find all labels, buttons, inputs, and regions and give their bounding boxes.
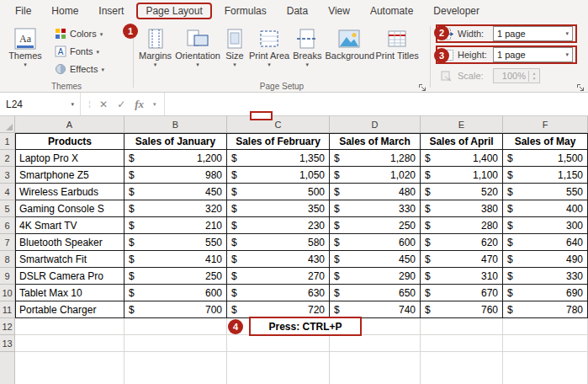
row-header-2[interactable]: 2 <box>0 150 15 167</box>
formula-input[interactable] <box>164 93 588 115</box>
cell-A3[interactable]: Smartphone Z5 <box>15 167 124 184</box>
row-header-5[interactable]: 5 <box>0 200 15 217</box>
cell-F12[interactable] <box>503 318 588 335</box>
cell-D6[interactable]: $250 <box>330 217 421 234</box>
size-button[interactable]: Size▾ <box>222 24 247 80</box>
scale-spinner[interactable]: 100% ▲▼ <box>493 68 540 83</box>
cell-D1[interactable]: Sales of March <box>330 133 421 150</box>
cell-A9[interactable]: DSLR Camera Pro <box>15 268 124 285</box>
scale-to-fit-dialog-launcher-icon[interactable] <box>576 81 585 90</box>
print-area-button[interactable]: Print Area▾ <box>247 24 291 80</box>
themes-button[interactable]: Aa Themes ▾ <box>3 24 47 80</box>
cell-B10[interactable]: $600 <box>124 285 227 301</box>
tab-formulas[interactable]: Formulas <box>215 3 277 19</box>
margins-button[interactable]: Margins▾ <box>137 24 173 80</box>
cell-C9[interactable]: $270 <box>227 268 330 285</box>
print-titles-button[interactable]: Print Titles <box>374 24 421 80</box>
cell-E9[interactable]: $310 <box>421 268 503 285</box>
tab-developer[interactable]: Developer <box>423 3 490 19</box>
orientation-button[interactable]: Orientation▾ <box>173 24 222 80</box>
cell-A4[interactable]: Wireless Earbuds <box>15 184 124 200</box>
row-header-8[interactable]: 8 <box>0 251 15 268</box>
fonts-button[interactable]: AFonts▾ <box>52 44 107 59</box>
tab-file[interactable]: File <box>5 3 41 19</box>
cell-F4[interactable]: $550 <box>503 184 588 200</box>
cell-C3[interactable]: $1,050 <box>227 167 330 184</box>
page-setup-dialog-launcher-icon[interactable] <box>418 81 427 90</box>
cell-D10[interactable]: $650 <box>330 285 421 301</box>
cell-F5[interactable]: $400 <box>503 200 588 217</box>
cell-A1[interactable]: Products <box>15 133 124 150</box>
row-header-4[interactable]: 4 <box>0 184 15 200</box>
cell-B8[interactable]: $410 <box>124 251 227 268</box>
cell-A6[interactable]: 4K Smart TV <box>15 217 124 234</box>
cell-E6[interactable]: $280 <box>421 217 503 234</box>
cell-C5[interactable]: $350 <box>227 200 330 217</box>
cell-A7[interactable]: Bluetooth Speaker <box>15 234 124 251</box>
cell-F7[interactable]: $640 <box>503 234 588 251</box>
row-header-12[interactable]: 12 <box>0 318 15 335</box>
tab-page-layout[interactable]: Page Layout <box>136 3 211 19</box>
column-header-c[interactable]: C <box>227 116 330 133</box>
cell-C13[interactable] <box>227 335 330 352</box>
cell-F13[interactable] <box>503 335 588 352</box>
cell-B12[interactable] <box>124 318 227 335</box>
breaks-button[interactable]: Breaks▾ <box>291 24 323 80</box>
cell-E12[interactable] <box>421 318 503 335</box>
cell-F6[interactable]: $300 <box>503 217 588 234</box>
cell-A5[interactable]: Gaming Console S <box>15 200 124 217</box>
cell-A10[interactable]: Tablet Max 10 <box>15 285 124 301</box>
row-header-9[interactable]: 9 <box>0 268 15 285</box>
tab-home[interactable]: Home <box>41 3 88 19</box>
cell-A12[interactable] <box>15 318 124 335</box>
tab-data[interactable]: Data <box>277 3 318 19</box>
cell-E13[interactable] <box>421 335 503 352</box>
cell-F9[interactable]: $330 <box>503 268 588 285</box>
cell-F8[interactable]: $490 <box>503 251 588 268</box>
effects-button[interactable]: Effects▾ <box>52 61 107 77</box>
tab-view[interactable]: View <box>318 3 360 19</box>
row-header-7[interactable]: 7 <box>0 234 15 251</box>
cell-C2[interactable]: $1,350 <box>227 150 330 167</box>
cell-C8[interactable]: $430 <box>227 251 330 268</box>
background-button[interactable]: Background <box>324 24 374 80</box>
cell-C6[interactable]: $230 <box>227 217 330 234</box>
row-header-13[interactable]: 13 <box>0 335 15 352</box>
cell-B2[interactable]: $1,200 <box>124 150 227 167</box>
insert-function-icon[interactable]: fx <box>135 98 144 111</box>
cell-F11[interactable]: $780 <box>503 301 588 318</box>
cell-F3[interactable]: $1,150 <box>503 167 588 184</box>
cell-C10[interactable]: $630 <box>227 285 330 301</box>
width-dropdown[interactable]: 1 page ▾ <box>493 26 573 41</box>
cell-A13[interactable] <box>15 335 124 352</box>
cancel-icon[interactable]: ✕ <box>99 99 108 110</box>
cell-F2[interactable]: $1,500 <box>503 150 588 167</box>
row-header-10[interactable]: 10 <box>0 285 15 301</box>
colors-button[interactable]: Colors▾ <box>52 26 107 41</box>
cell-A11[interactable]: Portable Charger <box>15 301 124 318</box>
tab-automate[interactable]: Automate <box>360 3 423 19</box>
column-header-a[interactable]: A <box>15 116 124 133</box>
cell-C1[interactable]: Sales of February <box>227 133 330 150</box>
cell-B4[interactable]: $450 <box>124 184 227 200</box>
cell-D8[interactable]: $450 <box>330 251 421 268</box>
cell-E3[interactable]: $1,100 <box>421 167 503 184</box>
cell-C7[interactable]: $580 <box>227 234 330 251</box>
cell-C4[interactable]: $500 <box>227 184 330 200</box>
cell-B5[interactable]: $320 <box>124 200 227 217</box>
enter-icon[interactable]: ✓ <box>117 99 125 110</box>
cell-D4[interactable]: $480 <box>330 184 421 200</box>
cell-A2[interactable]: Laptop Pro X <box>15 150 124 167</box>
column-header-b[interactable]: B <box>124 116 227 133</box>
cell-B13[interactable] <box>124 335 227 352</box>
cell-B3[interactable]: $980 <box>124 167 227 184</box>
column-header-f[interactable]: F <box>503 116 588 133</box>
cell-F1[interactable]: Sales of May <box>503 133 588 150</box>
cell-C11[interactable]: $720 <box>227 301 330 318</box>
cell-B7[interactable]: $550 <box>124 234 227 251</box>
cell-B6[interactable]: $210 <box>124 217 227 234</box>
cell-E4[interactable]: $520 <box>421 184 503 200</box>
cell-D3[interactable]: $1,020 <box>330 167 421 184</box>
column-header-e[interactable]: E <box>421 116 503 133</box>
column-header-d[interactable]: D <box>330 116 421 133</box>
